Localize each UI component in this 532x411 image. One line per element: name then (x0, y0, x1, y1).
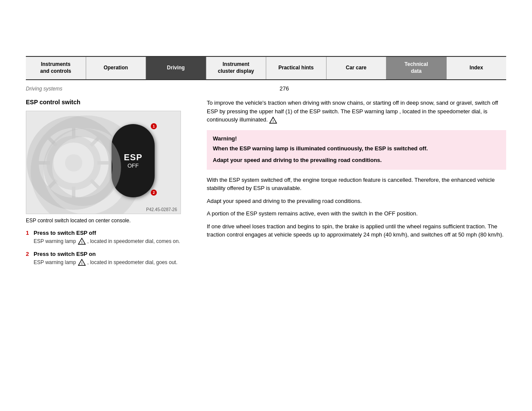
esp-off-label: OFF (128, 162, 139, 169)
image-reference: P42.45-0287-26 (146, 207, 177, 212)
navigation-bar: Instruments and controls Operation Drivi… (26, 56, 506, 80)
body-para-3: A portion of the ESP system remains acti… (207, 209, 506, 218)
svg-text:!: ! (273, 119, 274, 123)
svg-point-1 (50, 139, 97, 187)
svg-line-10 (91, 134, 103, 146)
nav-item-driving[interactable]: Driving (146, 57, 206, 79)
body-para-1: With the ESP system switched off, the en… (207, 176, 506, 193)
step-2-content: Press to switch ESP on ESP warning lamp … (34, 251, 177, 266)
body-para-2: Adapt your speed and driving to the prev… (207, 197, 506, 206)
svg-text:!: ! (81, 240, 82, 244)
two-column-layout: ESP control switch (26, 99, 506, 272)
warning-box: Warning! When the ESP warning lamp is il… (207, 130, 506, 170)
warning-line1: When the ESP warning lamp is illuminated… (213, 144, 500, 153)
page-number: 276 (62, 85, 506, 92)
section-title: ESP control switch (26, 99, 194, 106)
step-1: 1 Press to switch ESP off ESP warning la… (26, 230, 194, 245)
step-2-number: 2 (26, 251, 31, 257)
esp-text-label: ESP (124, 153, 142, 162)
nav-item-technical-data[interactable]: Technical data (386, 57, 447, 79)
nav-item-instrument-cluster[interactable]: Instrument cluster display (206, 57, 267, 79)
step-1-title: Press to switch ESP off (34, 230, 180, 236)
warning-icon-step2: ! (78, 259, 86, 266)
warning-box-title: Warning! (213, 135, 500, 142)
right-column: To improve the vehicle's traction when d… (207, 99, 506, 272)
marker-2: 2 (151, 190, 157, 196)
step-2-title: Press to switch ESP on (34, 251, 177, 257)
warning-line2: Adapt your speed and driving to the prev… (213, 156, 500, 165)
nav-item-operation[interactable]: Operation (86, 57, 146, 79)
step-1-number: 1 (26, 230, 31, 236)
nav-item-index[interactable]: Index (447, 57, 507, 79)
svg-line-8 (91, 180, 103, 192)
left-column: ESP control switch (26, 99, 194, 272)
nav-item-car-care[interactable]: Car care (327, 57, 387, 79)
marker-1: 1 (151, 123, 157, 129)
intro-text: To improve the vehicle's traction when d… (207, 99, 506, 124)
step-2-desc: ESP warning lamp ! , located in speedome… (34, 259, 177, 266)
step-1-desc: ESP warning lamp ! , located in speedome… (34, 238, 180, 245)
nav-item-practical-hints[interactable]: Practical hints (266, 57, 327, 79)
esp-switch-graphic: ESP OFF (112, 124, 155, 197)
step-2: 2 Press to switch ESP on ESP warning lam… (26, 251, 194, 266)
svg-text:!: ! (81, 262, 82, 265)
warning-icon-intro: ! (269, 117, 277, 124)
step-1-content: Press to switch ESP off ESP warning lamp… (34, 230, 180, 245)
esp-image: ESP OFF 1 2 P42.45-0287-26 (26, 111, 181, 214)
steps-list: 1 Press to switch ESP off ESP warning la… (26, 230, 194, 266)
body-para-4: If one drive wheel loses traction and be… (207, 222, 506, 239)
top-row: Driving systems 276 (26, 85, 506, 92)
nav-item-instruments[interactable]: Instruments and controls (26, 57, 86, 79)
image-caption-text: ESP control switch located on center con… (26, 218, 194, 224)
breadcrumb: Driving systems (26, 86, 62, 92)
svg-point-2 (65, 154, 82, 171)
page-content: Driving systems 276 ESP control switch (26, 80, 506, 272)
warning-icon-step1: ! (78, 238, 86, 245)
